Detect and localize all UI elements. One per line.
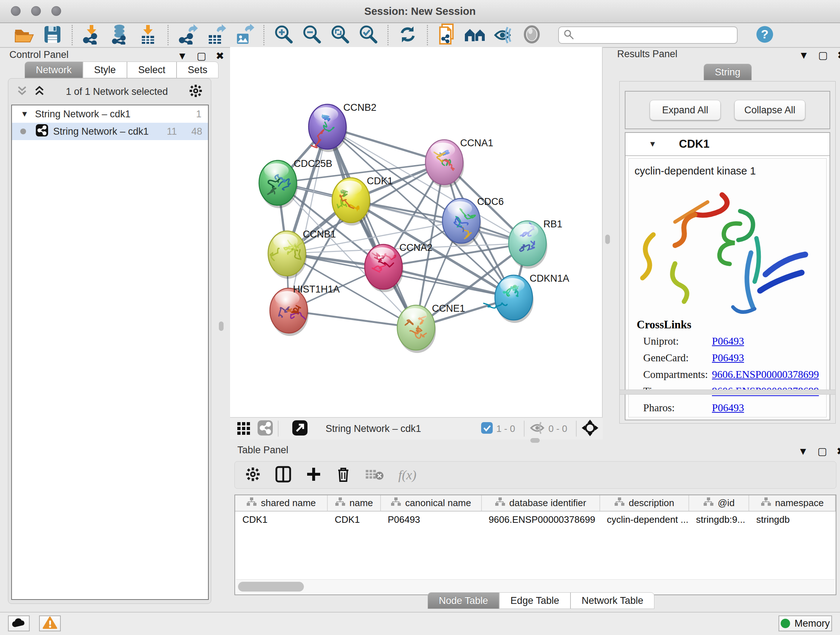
- table-cell[interactable]: CDK1: [235, 511, 327, 528]
- zoom-fit-button[interactable]: [326, 25, 354, 46]
- column-header-database-identifier[interactable]: database identifier: [482, 495, 600, 511]
- control-panel-float-icon[interactable]: ▢: [197, 50, 206, 62]
- minimize-window-button[interactable]: [31, 6, 41, 16]
- results-scrollbar[interactable]: [619, 390, 836, 394]
- export-table-button[interactable]: [202, 25, 230, 46]
- results-panel-close-icon[interactable]: ✖: [837, 49, 840, 61]
- column-header-name[interactable]: name: [327, 495, 380, 511]
- expand-all-button[interactable]: Expand All: [650, 100, 721, 120]
- column-header-shared-name[interactable]: shared name: [235, 495, 327, 511]
- column-header--id[interactable]: @id: [689, 495, 749, 511]
- crosslink-link[interactable]: P06493: [712, 401, 744, 415]
- table-cell[interactable]: stringdb: [749, 511, 835, 528]
- node-CCNA1[interactable]: CCNA1: [425, 138, 493, 187]
- table-cell[interactable]: cyclin-dependent ...: [600, 511, 689, 528]
- hide-unhide-button[interactable]: [489, 25, 518, 46]
- search-input[interactable]: [574, 30, 729, 41]
- node-RB1[interactable]: RB1: [508, 219, 562, 269]
- results-panel-menu-icon[interactable]: ▼: [799, 50, 809, 61]
- grid-view-icon[interactable]: [237, 421, 251, 437]
- results-panel-float-icon[interactable]: ▢: [818, 49, 828, 61]
- refresh-button[interactable]: [393, 25, 422, 46]
- export-network-button[interactable]: [174, 25, 202, 46]
- open-in-new-window-icon[interactable]: [292, 420, 308, 437]
- string-network-graph[interactable]: CCNB2CCNA1CDC25BCDK1CDC6RB1CCNB1CCNA2CDK…: [230, 47, 603, 417]
- node-CDKN1A[interactable]: CDKN1A: [484, 273, 569, 323]
- table-panel-menu-icon[interactable]: ▼: [798, 446, 808, 457]
- zoom-window-button[interactable]: [51, 6, 61, 16]
- node-HIST1H1A[interactable]: HIST1H1A: [270, 284, 340, 336]
- tab-style[interactable]: Style: [83, 62, 127, 78]
- table-horizontal-scrollbar[interactable]: [236, 579, 835, 594]
- zoom-in-button[interactable]: [270, 25, 298, 46]
- selected-checkbox-icon[interactable]: [481, 422, 493, 435]
- scrollbar-thumb[interactable]: [238, 582, 304, 592]
- node-CCNB2[interactable]: CCNB2: [309, 102, 377, 152]
- left-divider-handle[interactable]: [219, 321, 224, 331]
- automation-cloud-button[interactable]: [8, 616, 30, 631]
- search-field[interactable]: [558, 27, 737, 44]
- home-view-button[interactable]: [461, 25, 489, 46]
- edge-CCNB2-CCNE1[interactable]: [327, 127, 416, 328]
- tab-string[interactable]: String: [704, 64, 752, 80]
- collection-expander-icon[interactable]: ▼: [21, 109, 28, 119]
- column-header-namespace[interactable]: namespace: [749, 495, 835, 511]
- table-cell[interactable]: stringdb:9...: [689, 511, 749, 528]
- node-entry-header[interactable]: ▼ CDK1: [625, 133, 829, 156]
- open-session-button[interactable]: [10, 25, 38, 46]
- birds-eye-view-icon[interactable]: [582, 420, 598, 438]
- node-CDC25B[interactable]: CDC25B: [259, 158, 332, 208]
- delete-column-trash-icon[interactable]: [336, 466, 351, 484]
- network-view-canvas[interactable]: CCNB2CCNA1CDC25BCDK1CDC6RB1CCNB1CCNA2CDK…: [230, 47, 603, 417]
- zoom-selected-button[interactable]: [354, 25, 382, 46]
- help-button[interactable]: ?: [751, 25, 779, 46]
- network-share-icon[interactable]: [257, 420, 273, 437]
- node-CCNE1[interactable]: CCNE1: [397, 303, 465, 353]
- right-divider-handle[interactable]: [605, 234, 610, 244]
- stringify-button[interactable]: [433, 25, 461, 46]
- tab-sets[interactable]: Sets: [177, 62, 218, 78]
- table-cell[interactable]: P06493: [381, 511, 482, 528]
- zoom-out-button[interactable]: [298, 25, 326, 46]
- delete-table-icon[interactable]: [365, 468, 384, 482]
- network-options-gear-icon[interactable]: [188, 84, 203, 100]
- table-cell[interactable]: CDK1: [327, 511, 380, 528]
- node-CCNA2[interactable]: CCNA2: [365, 242, 433, 292]
- bottom-divider-handle[interactable]: [531, 438, 540, 443]
- import-network-database-button[interactable]: [106, 25, 134, 46]
- table-row[interactable]: CDK1CDK1P064939606.ENSP00000378699cyclin…: [235, 511, 835, 528]
- crosslink-link[interactable]: P06493: [712, 351, 744, 364]
- network-row[interactable]: String Network – cdk1 11 48: [12, 123, 208, 140]
- export-image-button[interactable]: [230, 25, 258, 46]
- memory-button[interactable]: Memory: [778, 616, 832, 631]
- tab-node-table[interactable]: Node Table: [428, 592, 499, 609]
- table-panel-close-icon[interactable]: ✖: [836, 445, 840, 457]
- column-header-description[interactable]: description: [600, 495, 689, 511]
- close-window-button[interactable]: [11, 6, 21, 16]
- node-CDK1[interactable]: CDK1: [332, 176, 393, 226]
- table-panel-float-icon[interactable]: ▢: [818, 445, 827, 457]
- column-header-canonical-name[interactable]: canonical name: [381, 495, 482, 511]
- add-column-icon[interactable]: [306, 466, 322, 484]
- crosslink-link[interactable]: P06493: [712, 334, 744, 348]
- crosslink-link[interactable]: 9606.ENSP00000378699: [712, 368, 819, 381]
- network-collection-row[interactable]: ▼ String Network – cdk1 1: [12, 105, 208, 123]
- import-table-file-button[interactable]: [134, 25, 163, 46]
- entry-expander-icon[interactable]: ▼: [649, 139, 657, 149]
- control-panel-close-icon[interactable]: ✖: [216, 50, 224, 62]
- import-network-file-button[interactable]: [78, 25, 106, 46]
- collapse-all-networks-icon[interactable]: [16, 85, 28, 98]
- save-session-button[interactable]: [38, 25, 66, 46]
- warnings-button[interactable]: [39, 616, 61, 631]
- collapse-all-button[interactable]: Collapse All: [734, 100, 805, 120]
- control-panel-menu-icon[interactable]: ▼: [177, 50, 187, 62]
- table-options-gear-icon[interactable]: [245, 466, 261, 484]
- tab-network[interactable]: Network: [25, 62, 83, 78]
- tab-select[interactable]: Select: [127, 62, 177, 78]
- node-table[interactable]: shared namenamecanonical namedatabase id…: [235, 495, 836, 528]
- table-cell[interactable]: 9606.ENSP00000378699: [482, 511, 600, 528]
- tab-edge-table[interactable]: Edge Table: [499, 592, 570, 609]
- hidden-eye-slash-icon[interactable]: [530, 421, 545, 436]
- sphere-view-button[interactable]: [518, 25, 546, 46]
- show-columns-icon[interactable]: [275, 466, 291, 484]
